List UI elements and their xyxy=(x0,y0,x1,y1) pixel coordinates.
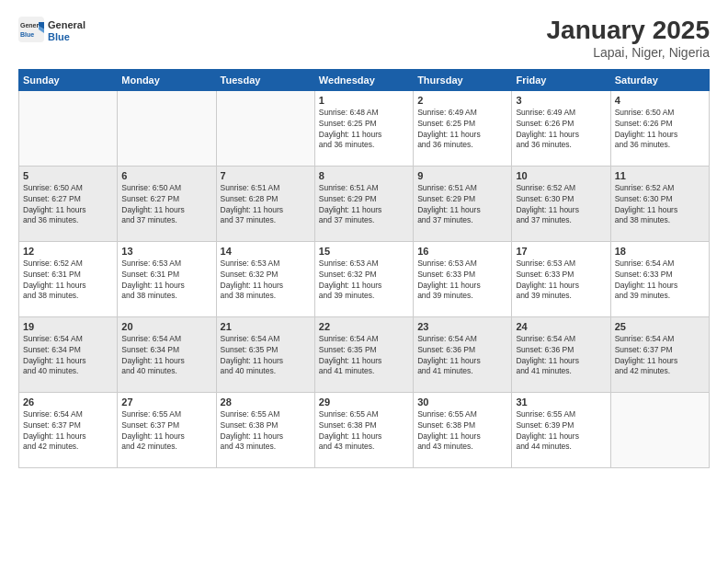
day-number: 1 xyxy=(319,95,409,106)
table-row: 22Sunrise: 6:54 AM Sunset: 6:35 PM Dayli… xyxy=(314,316,413,392)
day-info: Sunrise: 6:55 AM Sunset: 6:39 PM Dayligh… xyxy=(516,409,606,454)
col-tuesday: Tuesday xyxy=(216,69,314,90)
table-row: 4Sunrise: 6:50 AM Sunset: 6:26 PM Daylig… xyxy=(610,90,709,166)
day-info: Sunrise: 6:54 AM Sunset: 6:36 PM Dayligh… xyxy=(516,334,606,378)
table-row: 2Sunrise: 6:49 AM Sunset: 6:25 PM Daylig… xyxy=(414,90,512,166)
day-info: Sunrise: 6:53 AM Sunset: 6:32 PM Dayligh… xyxy=(319,259,409,303)
table-row: 18Sunrise: 6:54 AM Sunset: 6:33 PM Dayli… xyxy=(610,241,709,316)
day-info: Sunrise: 6:54 AM Sunset: 6:35 PM Dayligh… xyxy=(319,334,409,378)
day-number: 17 xyxy=(516,246,606,257)
title-block: January 2025 Lapai, Niger, Nigeria xyxy=(547,17,710,60)
day-info: Sunrise: 6:54 AM Sunset: 6:33 PM Dayligh… xyxy=(615,259,705,303)
table-row: 5Sunrise: 6:50 AM Sunset: 6:27 PM Daylig… xyxy=(19,166,118,241)
table-row: 16Sunrise: 6:53 AM Sunset: 6:33 PM Dayli… xyxy=(414,241,512,316)
calendar-subtitle: Lapai, Niger, Nigeria xyxy=(547,45,710,60)
col-sunday: Sunday xyxy=(19,69,118,90)
table-row: 13Sunrise: 6:53 AM Sunset: 6:31 PM Dayli… xyxy=(118,241,216,316)
table-row: 28Sunrise: 6:55 AM Sunset: 6:38 PM Dayli… xyxy=(216,392,314,467)
day-info: Sunrise: 6:48 AM Sunset: 6:25 PM Dayligh… xyxy=(319,108,409,152)
logo-general-text: General xyxy=(48,19,85,31)
day-info: Sunrise: 6:50 AM Sunset: 6:27 PM Dayligh… xyxy=(23,183,113,227)
logo-icon: General Blue xyxy=(18,17,44,42)
day-info: Sunrise: 6:54 AM Sunset: 6:34 PM Dayligh… xyxy=(23,334,113,378)
day-number: 20 xyxy=(121,321,211,332)
col-wednesday: Wednesday xyxy=(314,69,413,90)
day-info: Sunrise: 6:53 AM Sunset: 6:33 PM Dayligh… xyxy=(516,259,606,303)
day-number: 18 xyxy=(615,246,705,257)
day-info: Sunrise: 6:52 AM Sunset: 6:31 PM Dayligh… xyxy=(23,259,113,303)
table-row: 11Sunrise: 6:52 AM Sunset: 6:30 PM Dayli… xyxy=(610,166,709,241)
day-info: Sunrise: 6:52 AM Sunset: 6:30 PM Dayligh… xyxy=(615,183,705,227)
day-info: Sunrise: 6:49 AM Sunset: 6:25 PM Dayligh… xyxy=(417,108,507,152)
calendar-title: January 2025 xyxy=(547,17,710,45)
col-saturday: Saturday xyxy=(610,69,709,90)
table-row: 17Sunrise: 6:53 AM Sunset: 6:33 PM Dayli… xyxy=(512,241,610,316)
table-row: 25Sunrise: 6:54 AM Sunset: 6:37 PM Dayli… xyxy=(610,316,709,392)
table-row: 15Sunrise: 6:53 AM Sunset: 6:32 PM Dayli… xyxy=(314,241,413,316)
day-info: Sunrise: 6:54 AM Sunset: 6:34 PM Dayligh… xyxy=(121,334,211,378)
table-row: 23Sunrise: 6:54 AM Sunset: 6:36 PM Dayli… xyxy=(414,316,512,392)
day-number: 4 xyxy=(615,95,705,106)
day-info: Sunrise: 6:52 AM Sunset: 6:30 PM Dayligh… xyxy=(516,183,606,227)
day-number: 9 xyxy=(417,170,507,181)
table-row: 1Sunrise: 6:48 AM Sunset: 6:25 PM Daylig… xyxy=(314,90,413,166)
day-info: Sunrise: 6:50 AM Sunset: 6:27 PM Dayligh… xyxy=(121,183,211,227)
day-number: 7 xyxy=(221,170,311,181)
table-row: 21Sunrise: 6:54 AM Sunset: 6:35 PM Dayli… xyxy=(216,316,314,392)
day-info: Sunrise: 6:55 AM Sunset: 6:38 PM Dayligh… xyxy=(319,409,409,454)
calendar-week-row: 5Sunrise: 6:50 AM Sunset: 6:27 PM Daylig… xyxy=(19,166,710,241)
day-info: Sunrise: 6:55 AM Sunset: 6:37 PM Dayligh… xyxy=(121,409,211,454)
table-row: 30Sunrise: 6:55 AM Sunset: 6:38 PM Dayli… xyxy=(414,392,512,467)
col-thursday: Thursday xyxy=(414,69,512,90)
table-row: 3Sunrise: 6:49 AM Sunset: 6:26 PM Daylig… xyxy=(512,90,610,166)
svg-text:Blue: Blue xyxy=(20,31,34,38)
day-info: Sunrise: 6:50 AM Sunset: 6:26 PM Dayligh… xyxy=(615,108,705,152)
table-row xyxy=(216,90,314,166)
day-number: 10 xyxy=(516,170,606,181)
table-row: 12Sunrise: 6:52 AM Sunset: 6:31 PM Dayli… xyxy=(19,241,118,316)
day-info: Sunrise: 6:53 AM Sunset: 6:32 PM Dayligh… xyxy=(221,259,311,303)
col-monday: Monday xyxy=(118,69,216,90)
day-info: Sunrise: 6:54 AM Sunset: 6:37 PM Dayligh… xyxy=(615,334,705,378)
day-info: Sunrise: 6:51 AM Sunset: 6:29 PM Dayligh… xyxy=(319,183,409,227)
day-number: 14 xyxy=(221,246,311,257)
day-number: 6 xyxy=(121,170,211,181)
day-number: 27 xyxy=(121,396,211,408)
table-row: 24Sunrise: 6:54 AM Sunset: 6:36 PM Dayli… xyxy=(512,316,610,392)
day-number: 16 xyxy=(417,246,507,257)
calendar-table: Sunday Monday Tuesday Wednesday Thursday… xyxy=(18,69,710,468)
day-number: 31 xyxy=(516,396,606,408)
day-info: Sunrise: 6:55 AM Sunset: 6:38 PM Dayligh… xyxy=(417,409,507,454)
day-number: 2 xyxy=(417,95,507,106)
table-row: 8Sunrise: 6:51 AM Sunset: 6:29 PM Daylig… xyxy=(314,166,413,241)
day-info: Sunrise: 6:53 AM Sunset: 6:33 PM Dayligh… xyxy=(417,259,507,303)
day-number: 5 xyxy=(23,170,113,181)
day-number: 8 xyxy=(319,170,409,181)
table-row xyxy=(19,90,118,166)
calendar-header-row: Sunday Monday Tuesday Wednesday Thursday… xyxy=(19,69,710,90)
day-info: Sunrise: 6:51 AM Sunset: 6:29 PM Dayligh… xyxy=(417,183,507,227)
day-number: 12 xyxy=(23,246,113,257)
day-info: Sunrise: 6:54 AM Sunset: 6:37 PM Dayligh… xyxy=(23,409,113,454)
calendar-week-row: 26Sunrise: 6:54 AM Sunset: 6:37 PM Dayli… xyxy=(19,392,710,467)
day-number: 11 xyxy=(615,170,705,181)
day-number: 23 xyxy=(417,321,507,332)
table-row: 27Sunrise: 6:55 AM Sunset: 6:37 PM Dayli… xyxy=(118,392,216,467)
day-number: 30 xyxy=(417,396,507,408)
table-row: 29Sunrise: 6:55 AM Sunset: 6:38 PM Dayli… xyxy=(314,392,413,467)
day-number: 24 xyxy=(516,321,606,332)
table-row: 9Sunrise: 6:51 AM Sunset: 6:29 PM Daylig… xyxy=(414,166,512,241)
table-row xyxy=(610,392,709,467)
table-row xyxy=(118,90,216,166)
table-row: 6Sunrise: 6:50 AM Sunset: 6:27 PM Daylig… xyxy=(118,166,216,241)
table-row: 10Sunrise: 6:52 AM Sunset: 6:30 PM Dayli… xyxy=(512,166,610,241)
calendar-week-row: 12Sunrise: 6:52 AM Sunset: 6:31 PM Dayli… xyxy=(19,241,710,316)
day-info: Sunrise: 6:51 AM Sunset: 6:28 PM Dayligh… xyxy=(221,183,311,227)
table-row: 14Sunrise: 6:53 AM Sunset: 6:32 PM Dayli… xyxy=(216,241,314,316)
day-number: 21 xyxy=(221,321,311,332)
day-info: Sunrise: 6:49 AM Sunset: 6:26 PM Dayligh… xyxy=(516,108,606,152)
col-friday: Friday xyxy=(512,69,610,90)
day-number: 25 xyxy=(615,321,705,332)
table-row: 26Sunrise: 6:54 AM Sunset: 6:37 PM Dayli… xyxy=(19,392,118,467)
day-number: 29 xyxy=(319,396,409,408)
